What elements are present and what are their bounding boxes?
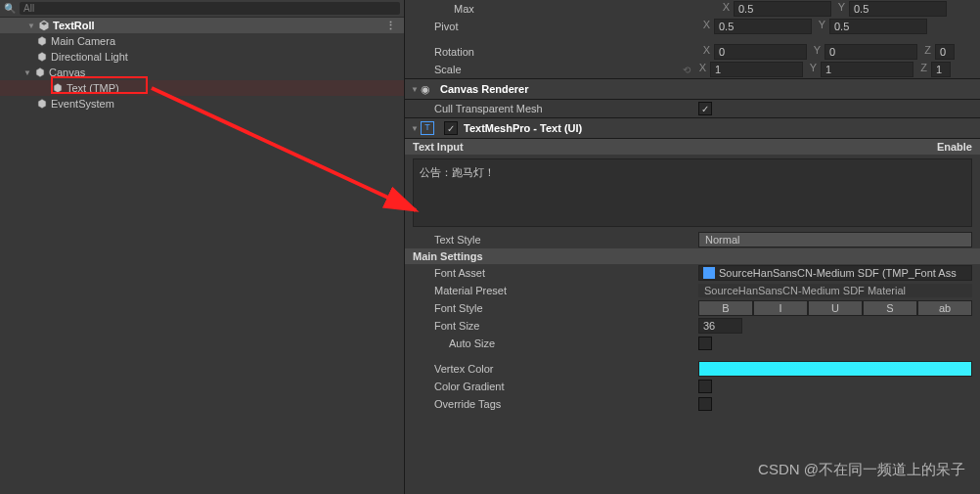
prop-label: Vertex Color [434,363,698,375]
hierarchy-scene-row[interactable]: ▼ TextRoll ⋮ [0,18,404,33]
prop-label: Rotation [434,46,698,58]
prop-material-preset: Material Preset SourceHanSansCN-Medium S… [405,282,980,299]
font-size-input[interactable] [698,318,742,334]
text-input-section-header[interactable]: Text Input Enable [405,139,980,155]
hierarchy-item-eventsystem[interactable]: EventSystem [0,96,404,112]
max-y-input[interactable] [849,1,947,17]
hierarchy-item-label: Text (TMP) [67,82,119,94]
prop-cull-transparent: Cull Transparent Mesh [405,100,980,117]
style-strike-button[interactable]: S [863,300,917,316]
section-label: Main Settings [413,250,483,262]
prop-scale: Scale ⟲ X Y Z [405,61,980,78]
gameobject-icon [33,66,47,79]
axis-y-label: Y [833,1,845,17]
axis-z-label: Z [919,44,931,60]
prop-label: Font Size [434,320,698,332]
font-asset-icon [703,267,715,279]
axis-x-label: X [718,1,730,17]
prop-override-tags: Override Tags [405,395,980,413]
style-bold-button[interactable]: B [698,300,753,316]
canvas-renderer-header[interactable]: ▼ ◉ Canvas Renderer [405,78,980,100]
hierarchy-item-label: Canvas [49,67,85,78]
prop-label: Text Style [434,234,698,246]
pivot-x-input[interactable] [714,19,812,34]
scale-y-input[interactable] [821,62,913,77]
prop-label: Auto Size [449,337,698,349]
gameobject-icon [35,50,49,64]
axis-x-label: X [698,19,710,34]
rot-x-input[interactable] [714,44,807,60]
scale-z-input[interactable] [931,62,951,77]
material-preset-field[interactable]: SourceHanSansCN-Medium SDF Material [698,284,972,297]
hierarchy-item-directional-light[interactable]: Directional Light [0,49,404,65]
gameobject-icon [35,97,49,111]
vertex-color-swatch[interactable] [698,361,972,377]
prop-label: Scale [434,64,683,75]
enable-label: Enable [937,141,972,153]
axis-y-label: Y [814,19,825,34]
scale-x-input[interactable] [710,62,803,77]
style-lowercase-button[interactable]: ab [917,300,972,316]
expand-arrow-icon[interactable]: ▼ [411,85,421,94]
prop-label: Material Preset [434,285,698,296]
hierarchy-item-label: Main Camera [51,35,115,47]
gameobject-icon [35,34,49,48]
pivot-y-input[interactable] [829,19,927,34]
font-asset-field[interactable]: SourceHanSansCN-Medium SDF (TMP_Font Ass [698,265,972,281]
unity-icon [37,19,51,32]
hierarchy-search-input[interactable] [20,2,400,15]
prop-label: Font Style [434,302,698,314]
hierarchy-item-label: EventSystem [51,98,114,110]
color-gradient-checkbox[interactable] [698,380,712,393]
hierarchy-panel: 🔍 ▼ TextRoll ⋮ Main Camera Directional L… [0,0,405,494]
rot-y-input[interactable] [824,44,917,60]
prop-max: Max X Y [405,0,980,18]
style-italic-button[interactable]: I [753,300,808,316]
prop-label: Override Tags [434,398,698,410]
component-title: TextMeshPro - Text (UI) [464,122,582,134]
max-x-input[interactable] [734,1,831,17]
inspector-panel: Max X Y Pivot X Y Rotation X Y Z Scale ⟲ [405,0,980,494]
rot-z-input[interactable] [935,44,955,60]
auto-size-checkbox[interactable] [698,337,712,350]
axis-y-label: Y [809,44,821,60]
cull-checkbox[interactable] [698,102,712,115]
prop-rotation: Rotation X Y Z [405,43,980,61]
scene-name: TextRoll [53,20,95,31]
prop-color-gradient: Color Gradient [405,378,980,395]
menu-dots-icon[interactable]: ⋮ [385,20,396,32]
section-label: Text Input [413,141,464,153]
expand-arrow-icon[interactable]: ▼ [23,68,33,77]
prop-vertex-color: Vertex Color [405,360,980,378]
axis-z-label: Z [915,62,927,77]
axis-x-label: X [694,62,706,77]
axis-x-label: X [698,44,710,60]
tmp-enabled-checkbox[interactable] [444,121,458,135]
hierarchy-item-text-tmp[interactable]: Text (TMP) [0,80,404,96]
gameobject-icon [51,81,65,95]
hierarchy-item-canvas[interactable]: ▼ Canvas [0,65,404,80]
tmp-header[interactable]: ▼ T TextMeshPro - Text (UI) [405,117,980,139]
prop-font-asset: Font Asset SourceHanSansCN-Medium SDF (T… [405,264,980,282]
prop-font-size: Font Size [405,317,980,335]
text-input-area[interactable]: 公告：跑马灯！ [413,158,972,227]
text-style-dropdown[interactable]: Normal [698,232,972,247]
prop-label: Font Asset [434,267,698,279]
hierarchy-search-bar: 🔍 [0,0,404,18]
hierarchy-item-label: Directional Light [51,51,128,63]
tmp-icon: T [421,121,434,135]
prop-label: Pivot [434,21,698,32]
prop-font-style: Font Style B I U S ab [405,299,980,317]
font-style-buttons: B I U S ab [698,300,972,316]
axis-y-label: Y [805,62,817,77]
prop-label: Cull Transparent Mesh [434,103,698,114]
main-settings-header[interactable]: Main Settings [405,248,980,264]
lock-icon[interactable]: ⟲ [683,65,690,75]
expand-arrow-icon[interactable]: ▼ [411,124,421,133]
hierarchy-item-main-camera[interactable]: Main Camera [0,33,404,49]
prop-label: Max [454,3,718,15]
style-underline-button[interactable]: U [808,300,863,316]
override-tags-checkbox[interactable] [698,397,712,411]
prop-auto-size: Auto Size [405,335,980,352]
expand-arrow-icon[interactable]: ▼ [27,22,37,30]
